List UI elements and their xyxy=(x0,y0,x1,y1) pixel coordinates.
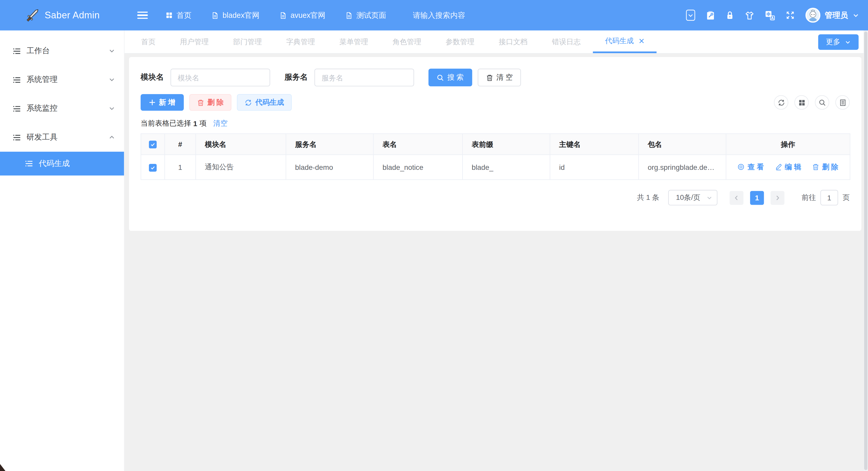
select-all-checkbox[interactable] xyxy=(149,141,157,149)
page-size-select[interactable]: 10条/页 xyxy=(668,190,718,206)
user-name: 管理员 xyxy=(825,10,848,21)
top-menu-item-avuex[interactable]: avuex官网 xyxy=(279,10,326,21)
top-menu-item-test[interactable]: 测试页面 xyxy=(345,10,386,21)
top-menu-item-home[interactable]: 首页 xyxy=(165,10,191,21)
scrollbar[interactable] xyxy=(864,31,868,471)
next-page-button[interactable] xyxy=(771,191,784,205)
tab-code-generation[interactable]: 代码生成 xyxy=(593,31,656,53)
view-link[interactable]: 查 看 xyxy=(738,162,764,172)
translate-icon[interactable] xyxy=(765,10,775,21)
edit-link[interactable]: 编 辑 xyxy=(775,162,801,172)
sidebar-item-workbench[interactable]: 工作台 xyxy=(0,36,124,65)
column-header-package: 包名 xyxy=(639,134,726,155)
cell-primary-key: id xyxy=(550,155,639,180)
search-button[interactable]: 搜 索 xyxy=(429,69,472,87)
cell-table-prefix: blade_ xyxy=(462,155,550,180)
goto-page-input[interactable] xyxy=(820,190,838,206)
clear-selection-link[interactable]: 清空 xyxy=(213,118,228,128)
chevron-down-icon xyxy=(108,76,115,83)
chevron-down-icon xyxy=(845,39,851,45)
tab-home[interactable]: 首页 xyxy=(129,31,168,53)
tab-api-docs[interactable]: 接口文档 xyxy=(487,31,540,53)
table-row: 1 通知公告 blade-demo blade_notice blade_ id… xyxy=(141,155,850,180)
page-unit-label: 页 xyxy=(843,193,850,203)
column-header-actions: 操作 xyxy=(726,134,850,155)
pencil-icon xyxy=(775,163,782,170)
view-icon xyxy=(738,163,745,170)
column-header-pk: 主键名 xyxy=(550,134,639,155)
page-number-button[interactable]: 1 xyxy=(750,191,764,205)
row-checkbox[interactable] xyxy=(149,164,157,171)
debug-clipboard-icon[interactable] xyxy=(706,10,715,21)
app-title: Saber Admin xyxy=(45,9,100,21)
top-menu-label: 测试页面 xyxy=(356,10,386,21)
column-header-index: # xyxy=(165,134,196,155)
selection-info: 当前表格已选择 1 项 清空 xyxy=(141,118,850,128)
search-icon xyxy=(437,74,444,81)
generate-code-button[interactable]: 代码生成 xyxy=(237,94,292,111)
total-count: 共 1 条 xyxy=(637,193,659,203)
fullscreen-icon[interactable] xyxy=(785,10,795,20)
delete-link[interactable]: 删 除 xyxy=(812,162,839,172)
sword-icon xyxy=(25,8,39,23)
tab-dept-mgmt[interactable]: 部门管理 xyxy=(221,31,274,53)
module-name-input[interactable] xyxy=(170,69,270,87)
sidebar-item-system-mgmt[interactable]: 系统管理 xyxy=(0,65,124,94)
trash-icon xyxy=(812,163,819,170)
close-icon[interactable] xyxy=(639,38,644,44)
cell-module: 通知公告 xyxy=(196,155,286,180)
goto-label: 前往 xyxy=(802,193,816,203)
lock-icon[interactable] xyxy=(726,10,734,20)
scrollbar-thumb[interactable] xyxy=(864,32,867,470)
header-actions: 管理员 xyxy=(686,8,868,23)
sidebar-item-code-generation[interactable]: 代码生成 xyxy=(0,152,124,176)
cell-package: org.springblade.desk... xyxy=(639,155,726,180)
refresh-icon[interactable] xyxy=(774,95,788,109)
hamburger-menu-icon[interactable] xyxy=(137,9,148,21)
clear-button[interactable]: 清 空 xyxy=(477,69,521,87)
add-button[interactable]: 新 增 xyxy=(141,94,184,111)
selection-text: 项 xyxy=(199,118,207,128)
sidebar-item-system-monitor[interactable]: 系统监控 xyxy=(0,94,124,123)
tab-bar: 首页 用户管理 部门管理 字典管理 菜单管理 角色管理 参数管理 接口文档 错误… xyxy=(125,31,868,54)
sidebar: 工作台 系统管理 系统监控 xyxy=(0,31,125,471)
more-button[interactable]: 更多 xyxy=(818,34,859,50)
document-icon xyxy=(279,11,287,19)
service-name-input[interactable] xyxy=(314,69,414,87)
global-search-input[interactable] xyxy=(413,11,501,20)
sidebar-item-label: 工作台 xyxy=(27,46,50,56)
column-header-service: 服务名 xyxy=(286,134,373,155)
menu-list-icon xyxy=(13,75,21,84)
selection-text: 当前表格已选择 xyxy=(141,118,191,128)
dropdown-box-icon[interactable] xyxy=(686,9,695,21)
delete-button[interactable]: 删 除 xyxy=(189,94,231,111)
column-header-prefix: 表前缀 xyxy=(462,134,550,155)
tab-param-mgmt[interactable]: 参数管理 xyxy=(433,31,487,53)
trash-icon xyxy=(197,99,204,106)
tab-error-log[interactable]: 错误日志 xyxy=(540,31,593,53)
app-logo: Saber Admin xyxy=(0,8,125,23)
prev-page-button[interactable] xyxy=(730,191,744,205)
tab-menu-mgmt[interactable]: 菜单管理 xyxy=(327,31,380,53)
sidebar-item-label: 系统监控 xyxy=(27,103,58,114)
main-content: 模块名 服务名 搜 索 清 空 xyxy=(125,54,868,471)
column-header-table: 表名 xyxy=(373,134,463,155)
search-icon[interactable] xyxy=(815,95,829,109)
tab-user-mgmt[interactable]: 用户管理 xyxy=(168,31,221,53)
user-menu[interactable]: 管理员 xyxy=(805,8,859,23)
tab-role-mgmt[interactable]: 角色管理 xyxy=(380,31,433,53)
grid-view-icon[interactable] xyxy=(794,95,809,109)
top-menu: 首页 bladex官网 avuex官网 测试页面 xyxy=(165,10,386,21)
theme-tshirt-icon[interactable] xyxy=(744,11,754,20)
grid-icon xyxy=(165,12,173,19)
column-settings-icon[interactable] xyxy=(835,95,850,109)
sidebar-item-dev-tools[interactable]: 研发工具 xyxy=(0,123,124,152)
table-header-row: # 模块名 服务名 表名 表前缀 主键名 包名 操作 xyxy=(141,134,850,155)
tab-dict-mgmt[interactable]: 字典管理 xyxy=(274,31,327,53)
menu-list-icon xyxy=(13,133,21,142)
table-tool-buttons xyxy=(774,95,850,109)
top-menu-item-bladex[interactable]: bladex官网 xyxy=(212,10,259,21)
sidebar-item-label: 研发工具 xyxy=(27,132,58,143)
plus-icon xyxy=(149,99,156,106)
refresh-icon xyxy=(245,99,252,106)
